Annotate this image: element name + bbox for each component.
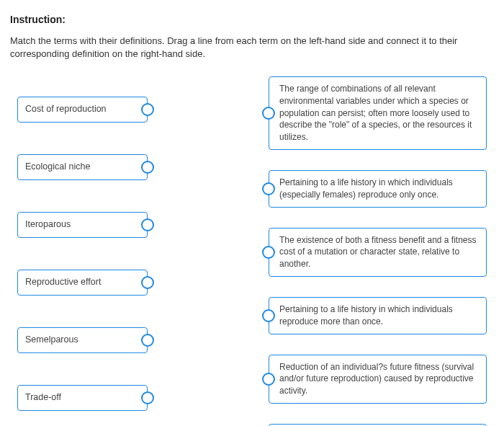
- definition-item-4[interactable]: Reduction of an individual?s future fitn…: [262, 355, 487, 404]
- term-item-4[interactable]: Semelparous: [17, 327, 154, 353]
- term-item-1[interactable]: Ecological niche: [17, 154, 154, 180]
- term-box[interactable]: Semelparous: [17, 327, 148, 353]
- term-connector-handle[interactable]: [141, 218, 154, 231]
- definition-item-2[interactable]: The existence of both a fitness benefit …: [262, 228, 487, 277]
- definition-item-1[interactable]: Pertaining to a life history in which in…: [262, 170, 487, 208]
- definition-item-3[interactable]: Pertaining to a life history in which in…: [262, 297, 487, 334]
- definition-item-0[interactable]: The range of combinations of all relevan…: [262, 76, 487, 150]
- term-connector-handle[interactable]: [141, 103, 154, 116]
- term-label: Semelparous: [25, 334, 78, 347]
- definition-text: Pertaining to a life history in which in…: [279, 304, 453, 327]
- term-label: Cost of reproduction: [25, 103, 107, 116]
- term-item-3[interactable]: Reproductive effort: [17, 270, 154, 296]
- definition-box[interactable]: The range of combinations of all relevan…: [269, 76, 487, 150]
- instruction-heading: Instruction:: [10, 13, 494, 27]
- definition-connector-handle[interactable]: [262, 373, 275, 386]
- term-box[interactable]: Ecological niche: [17, 154, 148, 180]
- definition-text: The existence of both a fitness benefit …: [279, 235, 477, 270]
- term-label: Iteroparous: [25, 218, 71, 231]
- term-connector-handle[interactable]: [141, 161, 154, 174]
- term-label: Trade-off: [25, 391, 61, 404]
- definition-box[interactable]: The existence of both a fitness benefit …: [269, 228, 487, 277]
- term-box[interactable]: Trade-off: [17, 385, 148, 411]
- term-connector-handle[interactable]: [141, 334, 154, 347]
- definition-connector-handle[interactable]: [262, 246, 275, 259]
- term-box[interactable]: Reproductive effort: [17, 270, 148, 296]
- definition-box[interactable]: Pertaining to a life history in which in…: [269, 297, 487, 334]
- definition-text: Pertaining to a life history in which in…: [279, 177, 453, 200]
- definition-box[interactable]: Pertaining to a life history in which in…: [269, 170, 487, 208]
- term-item-5[interactable]: Trade-off: [17, 385, 154, 411]
- term-label: Ecological niche: [25, 161, 90, 174]
- term-item-0[interactable]: Cost of reproduction: [17, 97, 154, 123]
- term-box[interactable]: Cost of reproduction: [17, 97, 148, 123]
- definition-box[interactable]: Reduction of an individual?s future fitn…: [269, 355, 487, 404]
- term-connector-handle[interactable]: [141, 276, 154, 289]
- term-box[interactable]: Iteroparous: [17, 212, 148, 238]
- definition-text: The range of combinations of all relevan…: [279, 84, 472, 142]
- terms-column: Cost of reproduction Ecological niche It…: [17, 76, 154, 426]
- definition-connector-handle[interactable]: [262, 309, 275, 322]
- definitions-column: The range of combinations of all relevan…: [262, 76, 487, 426]
- term-label: Reproductive effort: [25, 276, 101, 289]
- term-connector-handle[interactable]: [141, 391, 154, 404]
- term-item-2[interactable]: Iteroparous: [17, 212, 154, 238]
- match-area: Cost of reproduction Ecological niche It…: [10, 76, 494, 426]
- definition-connector-handle[interactable]: [262, 107, 275, 120]
- definition-text: Reduction of an individual?s future fitn…: [279, 362, 474, 396]
- definition-connector-handle[interactable]: [262, 182, 275, 195]
- instruction-text: Match the terms with their definitions. …: [10, 35, 494, 61]
